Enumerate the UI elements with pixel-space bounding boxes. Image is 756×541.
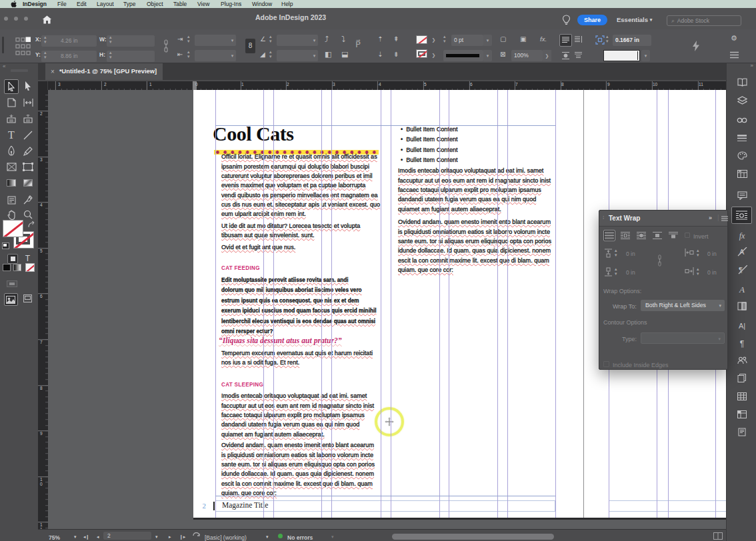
svg-text:¶: ¶ — [739, 266, 743, 274]
